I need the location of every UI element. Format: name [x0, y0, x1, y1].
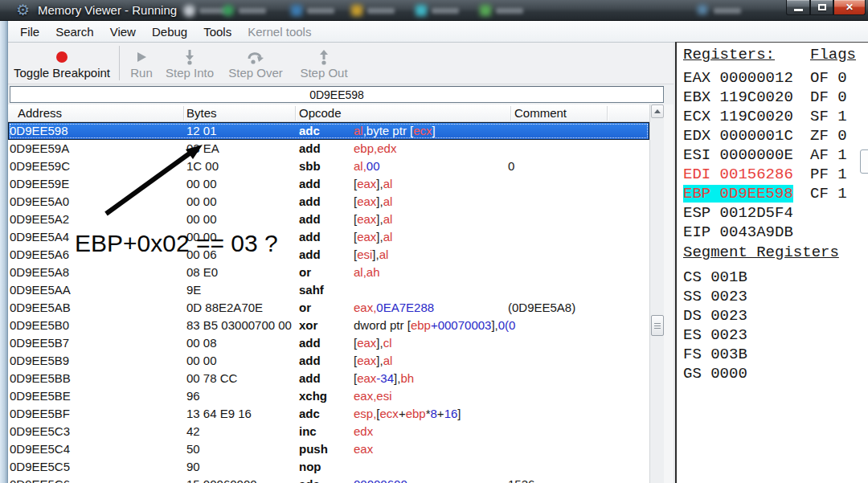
maximize-icon: [818, 4, 826, 10]
disasm-row-0D9EE5A6[interactable]: 0D9EE5A600 06add[esi],al: [8, 246, 649, 264]
disasm-row-0D9EE5B0[interactable]: 0D9EE5B083 B5 03000700 00xordword ptr [e…: [8, 317, 649, 334]
segment-gs[interactable]: GS 0000: [683, 364, 747, 383]
disasm-operands: [eax],al: [354, 352, 392, 370]
disasm-row-0D9EE5A2[interactable]: 0D9EE5A200 00add[eax],al: [8, 211, 649, 228]
flag-cf[interactable]: CF 1: [810, 184, 847, 203]
disassembly-scrollbar[interactable]: [649, 104, 664, 483]
disasm-row-0D9EE5A8[interactable]: 0D9EE5A808 E0oral,ah: [8, 264, 649, 281]
minimize-button[interactable]: [786, 0, 810, 15]
disasm-bytes: 83 B5 03000700 00: [186, 317, 292, 334]
register-esp[interactable]: ESP 0012D5F4: [683, 203, 793, 223]
flag-pf[interactable]: PF 1: [810, 165, 847, 184]
disasm-mnemonic: sbb: [299, 158, 321, 175]
disasm-row-0D9EE59E[interactable]: 0D9EE59E00 00add[eax],al: [8, 175, 649, 193]
disasm-operands: al,00: [354, 158, 380, 175]
segment-ds[interactable]: DS 0023: [683, 306, 747, 325]
disasm-operands: al,ah: [354, 264, 380, 281]
disasm-row-0D9EE5C3[interactable]: 0D9EE5C342incedx: [8, 423, 649, 440]
column-header-address[interactable]: Address: [18, 104, 62, 122]
disasm-row-0D9EE5B7[interactable]: 0D9EE5B700 08add[eax],cl: [8, 334, 649, 352]
breakpoint-icon: [56, 48, 68, 66]
disasm-row-0D9EE5BB[interactable]: 0D9EE5BB00 78 CCadd[eax-34],bh: [8, 370, 649, 387]
flag-zf[interactable]: ZF 0: [810, 126, 847, 145]
scroll-up-icon[interactable]: [651, 104, 664, 118]
panel-scrollbar-thumb[interactable]: [860, 149, 868, 174]
disasm-row-0D9EE5C6[interactable]: 0D9EE5C615 00060000adc000006001536: [8, 476, 649, 483]
disasm-operands: [eax],al: [354, 193, 392, 211]
address-input[interactable]: [10, 86, 664, 103]
flag-df[interactable]: DF 0: [810, 88, 847, 107]
disasm-address: 0D9EE5BE: [10, 387, 71, 405]
register-ebx[interactable]: EBX 119C0020: [683, 88, 793, 107]
menu-item-view[interactable]: View: [102, 25, 144, 39]
disasm-address: 0D9EE5C5: [10, 458, 70, 476]
step-into-button[interactable]: Step Into: [160, 43, 219, 84]
disasm-bytes: 00 00: [186, 352, 217, 370]
disasm-mnemonic: add: [299, 211, 321, 228]
disasm-row-0D9EE5BE[interactable]: 0D9EE5BE96xchgeax,esi: [8, 387, 649, 405]
scrollbar-thumb[interactable]: [651, 315, 664, 336]
menu-item-kernel-tools[interactable]: Kernel tools: [240, 25, 319, 39]
disasm-row-0D9EE5B9[interactable]: 0D9EE5B900 00add[eax],al: [8, 352, 649, 370]
menu-item-file[interactable]: File: [12, 25, 47, 39]
disasm-row-0D9EE5BF[interactable]: 0D9EE5BF13 64 E9 16adcesp,[ecx+ebp*8+16]: [8, 405, 649, 423]
column-header-comment[interactable]: Comment: [514, 104, 567, 122]
disasm-row-0D9EE5AB[interactable]: 0D9EE5AB0D 88E2A70Eoreax,0EA7E288(0D9EE5…: [8, 299, 649, 317]
disasm-row-0D9EE59A[interactable]: 0D9EE59A03 EAaddebp,edx: [8, 140, 649, 158]
disasm-address: 0D9EE59C: [10, 158, 70, 175]
disasm-row-0D9EE59C[interactable]: 0D9EE59C1C 00sbbal,000: [8, 158, 649, 175]
disasm-address: 0D9EE5AB: [10, 299, 71, 317]
register-edi[interactable]: EDI 00156286: [683, 165, 793, 184]
step-into-label: Step Into: [166, 66, 214, 80]
menu-item-tools[interactable]: Tools: [195, 25, 240, 39]
disasm-bytes: 03 EA: [186, 140, 219, 158]
segment-cs[interactable]: CS 001B: [683, 268, 747, 287]
disasm-mnemonic: or: [299, 264, 311, 281]
run-button[interactable]: Run: [123, 43, 160, 84]
close-button[interactable]: ✕: [833, 0, 866, 15]
register-ecx[interactable]: ECX 119C0020: [683, 107, 793, 126]
disasm-operands: [eax-34],bh: [354, 370, 414, 387]
disasm-address: 0D9EE598: [10, 122, 68, 140]
disasm-row-0D9EE5C5[interactable]: 0D9EE5C590nop: [8, 458, 649, 476]
disasm-address: 0D9EE59E: [10, 175, 69, 193]
step-out-button[interactable]: Step Out: [292, 43, 356, 84]
flag-af[interactable]: AF 1: [810, 145, 847, 165]
taskbar-blur-text: [496, 8, 523, 14]
step-over-button[interactable]: Step Over: [219, 43, 292, 84]
disasm-mnemonic: or: [299, 299, 311, 317]
segment-es[interactable]: ES 0023: [683, 325, 747, 345]
register-edx[interactable]: EDX 0000001C: [683, 126, 793, 145]
close-icon: ✕: [845, 2, 854, 12]
flag-of[interactable]: OF 0: [810, 68, 847, 88]
disasm-address: 0D9EE5BB: [10, 370, 71, 387]
disasm-row-0D9EE5AA[interactable]: 0D9EE5AA9Esahf: [8, 281, 649, 299]
step-out-icon: [317, 48, 330, 66]
register-esi[interactable]: ESI 0000000E: [683, 145, 793, 165]
step-over-icon: [247, 48, 264, 66]
disasm-row-0D9EE598[interactable]: 0D9EE59812 01adcal,byte ptr [ecx]: [8, 122, 649, 140]
register-eax[interactable]: EAX 00000012: [683, 68, 793, 88]
segment-ss[interactable]: SS 0023: [683, 287, 747, 306]
register-list: EAX 00000012EBX 119C0020ECX 119C0020EDX …: [683, 68, 793, 242]
toggle-breakpoint-label: Toggle Breakpoint: [14, 66, 110, 80]
disasm-operands: [eax],al: [354, 175, 392, 193]
register-ebp[interactable]: EBP 0D9EE598: [683, 184, 793, 203]
menu-item-search[interactable]: Search: [47, 25, 102, 39]
column-header-bytes[interactable]: Bytes: [186, 104, 217, 122]
segment-fs[interactable]: FS 003B: [683, 345, 747, 364]
maximize-button[interactable]: [810, 0, 833, 15]
register-eip[interactable]: EIP 0043A9DB: [683, 223, 793, 242]
toggle-breakpoint-button[interactable]: Toggle Breakpoint: [8, 43, 116, 84]
segment-registers-heading: Segment Registers: [683, 244, 839, 261]
disasm-row-0D9EE5C4[interactable]: 0D9EE5C450pusheax: [8, 440, 649, 458]
disasm-address: 0D9EE5A8: [10, 264, 69, 281]
disasm-row-0D9EE5A0[interactable]: 0D9EE5A000 00add[eax],al: [8, 193, 649, 211]
column-header-opcode[interactable]: Opcode: [299, 104, 342, 122]
disasm-address: 0D9EE5C6: [10, 476, 70, 483]
flag-sf[interactable]: SF 1: [810, 107, 847, 126]
disasm-row-0D9EE5A4[interactable]: 0D9EE5A400 00add[eax],al: [8, 228, 649, 246]
menu-item-debug[interactable]: Debug: [144, 25, 195, 39]
disasm-mnemonic: adc: [299, 122, 320, 140]
taskbar-blur-text: [367, 8, 395, 14]
